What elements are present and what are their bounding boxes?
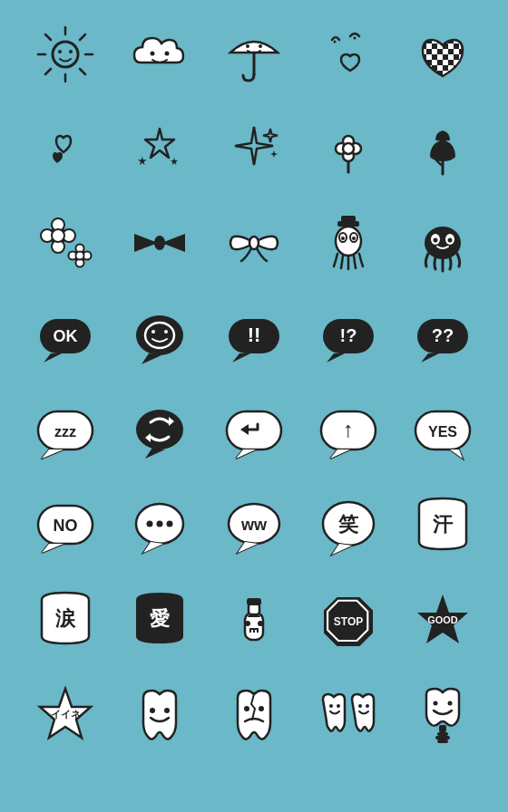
cell-umbrella-face[interactable]	[209, 9, 299, 100]
cloud-face-icon	[127, 22, 192, 87]
up-bubble-icon: ↑	[316, 399, 381, 464]
svg-point-14	[246, 44, 249, 48]
sparkles-icon	[221, 116, 287, 181]
svg-marker-62	[142, 353, 161, 364]
cell-tooth-happy[interactable]	[114, 669, 205, 759]
cell-stop-sign[interactable]: STOP	[303, 575, 394, 665]
cell-flower-stem[interactable]	[303, 103, 394, 194]
cell-sparkles[interactable]	[209, 103, 299, 194]
cell-cloud-face[interactable]	[114, 9, 205, 100]
cell-stars-cluster[interactable]	[114, 103, 205, 194]
svg-text:STOP: STOP	[334, 615, 363, 628]
svg-text:愛: 愛	[150, 607, 171, 630]
cell-zzz-bubble[interactable]: zzz	[20, 386, 111, 477]
svg-marker-22	[145, 129, 174, 158]
svg-rect-141	[437, 740, 448, 743]
cell-love-bubble[interactable]: 愛	[114, 575, 205, 665]
cell-sweat-bubble[interactable]: 汗	[397, 480, 488, 571]
cell-exclaim-bubble[interactable]: !!	[209, 292, 299, 382]
cell-smiley-bubble[interactable]	[114, 292, 205, 382]
skull-bottle-icon	[221, 587, 287, 652]
good-star-icon: GOOD	[410, 587, 475, 652]
svg-rect-139	[437, 732, 448, 736]
svg-point-102	[147, 521, 153, 527]
emoji-grid: OK !! !? ??	[20, 9, 488, 759]
dark-tulip-icon	[410, 116, 475, 181]
svg-text:NO: NO	[54, 517, 78, 535]
cell-bad-star[interactable]: イイネ	[20, 669, 111, 759]
cell-small-hearts[interactable]	[20, 103, 111, 194]
cell-dark-tulip[interactable]	[397, 103, 488, 194]
cell-two-teeth[interactable]	[303, 669, 394, 759]
cell-ww-bubble[interactable]: ww	[209, 480, 299, 571]
cell-up-bubble[interactable]: ↑	[303, 386, 394, 477]
tooth-sad-icon	[221, 682, 287, 747]
svg-text:OK: OK	[54, 327, 78, 345]
cell-yes-bubble[interactable]: YES	[397, 386, 488, 477]
svg-line-6	[80, 69, 85, 74]
cell-tear-bubble[interactable]: 涙	[20, 575, 111, 665]
svg-rect-140	[435, 736, 450, 740]
svg-line-8	[45, 69, 51, 74]
svg-point-30	[343, 143, 354, 154]
iine-star-icon: イイネ	[33, 682, 98, 747]
svg-point-17	[354, 37, 357, 40]
svg-point-134	[329, 704, 333, 708]
cell-ok-bubble[interactable]: OK	[20, 292, 111, 382]
exclaim-q-bubble-icon: !?	[316, 304, 381, 370]
svg-rect-138	[439, 725, 446, 732]
svg-point-15	[259, 44, 262, 48]
cell-back-bubble[interactable]	[209, 386, 299, 477]
cell-squid-character[interactable]	[303, 198, 394, 288]
svg-line-5	[45, 34, 51, 40]
cell-bow-tie[interactable]	[114, 198, 205, 288]
heart-birds-icon	[316, 22, 381, 87]
cell-checkered-heart[interactable]	[397, 9, 488, 100]
cell-octopus-face[interactable]	[397, 198, 488, 288]
laugh-bubble-icon: 笑	[316, 493, 381, 558]
cell-refresh-bubble[interactable]	[114, 386, 205, 477]
svg-point-79	[136, 410, 183, 450]
svg-point-50	[341, 237, 345, 240]
dots-bubble-icon	[127, 493, 192, 558]
svg-marker-24	[171, 158, 178, 165]
tear-bubble-icon: 涙	[33, 587, 98, 652]
svg-text:GOOD: GOOD	[427, 614, 458, 625]
svg-point-130	[150, 708, 155, 713]
qq-bubble-icon: ??	[410, 304, 475, 370]
svg-point-37	[52, 229, 64, 242]
svg-point-48	[336, 227, 361, 256]
svg-point-119	[245, 621, 250, 626]
octopus-face-icon	[410, 210, 475, 276]
cell-exclaim-q-bubble[interactable]: !?	[303, 292, 394, 382]
cell-qq-bubble[interactable]: ??	[397, 292, 488, 382]
cell-tooth-implant[interactable]	[397, 669, 488, 759]
tooth-implant-icon	[410, 682, 475, 747]
zzz-bubble-icon: zzz	[33, 399, 98, 464]
svg-point-44	[154, 236, 165, 250]
cell-ribbon-bow[interactable]	[209, 198, 299, 288]
cell-tooth-sad[interactable]	[209, 669, 299, 759]
svg-point-103	[157, 521, 163, 527]
cell-good-star[interactable]: GOOD	[397, 575, 488, 665]
cell-heart-birds[interactable]	[303, 9, 394, 100]
svg-text:??: ??	[432, 325, 454, 345]
svg-point-142	[434, 701, 438, 706]
cell-sun[interactable]	[20, 9, 111, 100]
svg-rect-118	[247, 598, 261, 605]
svg-point-55	[434, 238, 438, 243]
bow-tie-icon	[127, 210, 192, 276]
tooth-happy-icon	[127, 682, 192, 747]
cell-laugh-bubble[interactable]: 笑	[303, 480, 394, 571]
cell-no-bubble[interactable]: NO	[20, 480, 111, 571]
small-hearts-icon	[33, 116, 98, 181]
cell-dots-bubble[interactable]	[114, 480, 205, 571]
cell-skull-bottle[interactable]	[209, 575, 299, 665]
svg-text:YES: YES	[428, 424, 457, 440]
svg-point-131	[164, 708, 170, 713]
ww-bubble-icon: ww	[221, 493, 287, 558]
svg-point-136	[358, 704, 362, 708]
cell-two-flowers[interactable]	[20, 198, 111, 288]
sweat-bubble-icon: 汗	[410, 493, 475, 558]
umbrella-face-icon	[221, 22, 287, 87]
